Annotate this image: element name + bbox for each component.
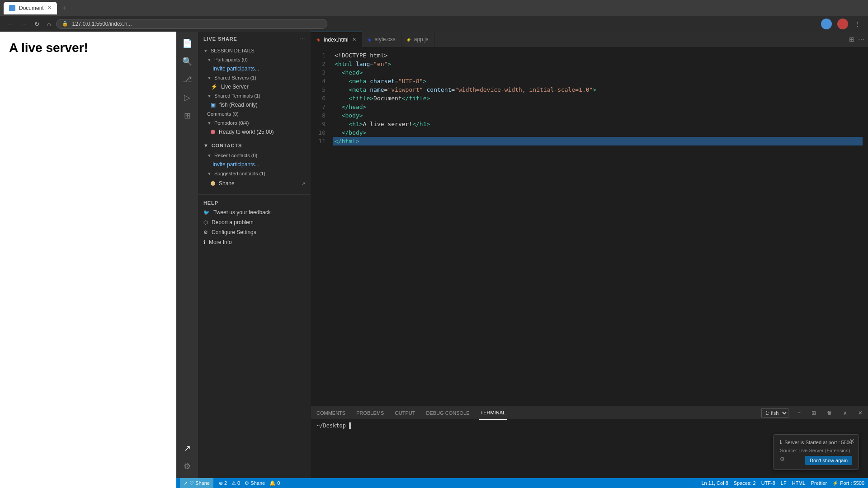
- back-button[interactable]: ←: [5, 19, 15, 28]
- code-line-5: <meta name="viewport" content="width=dev…: [333, 85, 863, 94]
- activity-debug[interactable]: ▷: [179, 89, 195, 106]
- split-editor-button[interactable]: ⊞: [849, 36, 854, 43]
- suggested-contacts-header[interactable]: ▼ Suggested contacts (1): [198, 169, 311, 178]
- pomodoro-label: Pomodoro (0/4): [214, 120, 249, 126]
- more-info-item[interactable]: ℹ More Info: [198, 237, 311, 247]
- fish-terminal-item[interactable]: ▣ fish (Read-only): [198, 100, 311, 109]
- home-button[interactable]: ⌂: [45, 19, 52, 28]
- terminal-profile-select[interactable]: 1: fish: [761, 408, 788, 418]
- vscode-window: 📄 🔍 ⎇ ▷ ⊞ ↗ ⚙ LIVE SHARE ··· ▼: [176, 32, 868, 488]
- shared-servers-header[interactable]: ▼ Shared Servers (1): [198, 73, 311, 82]
- external-link-icon[interactable]: ↗: [302, 181, 305, 186]
- report-problem-item[interactable]: ⬡ Report a problem: [198, 217, 311, 227]
- css-file-icon: ◈: [368, 37, 371, 42]
- session-caret: ▼: [203, 48, 208, 53]
- status-errors[interactable]: ⊗ 2: [219, 480, 227, 486]
- pomodoro-header[interactable]: ▼ Pomodoro (0/4): [198, 118, 311, 127]
- activity-search[interactable]: 🔍: [179, 53, 195, 70]
- code-line-7: </head>: [333, 103, 863, 111]
- kill-terminal-button[interactable]: 🗑: [825, 409, 834, 417]
- status-bar: ↗ ♡ Shane ⊗ 2 ⚠ 0 ⚙ Shane 🔔 0 Ln 11, Col…: [176, 478, 868, 488]
- avatar-red: [837, 19, 848, 29]
- status-warnings[interactable]: ⚠ 0: [231, 480, 240, 486]
- tab-terminal[interactable]: TERMINAL: [479, 406, 508, 420]
- tab-problems[interactable]: PROBLEMS: [354, 406, 386, 420]
- reload-button[interactable]: ↻: [33, 19, 42, 28]
- status-notifications[interactable]: 🔔 0: [269, 480, 280, 486]
- new-tab-button[interactable]: +: [59, 3, 70, 14]
- code-editor[interactable]: <!DOCTYPE html> <html lang="en"> <head> …: [329, 47, 863, 406]
- tab-app-js[interactable]: ◈ app.js: [401, 32, 434, 47]
- forward-button[interactable]: →: [19, 19, 29, 28]
- status-right: Ln 11, Col 8 Spaces: 2 UTF-8 LF HTML Pre…: [701, 480, 864, 486]
- status-line-ending[interactable]: LF: [781, 480, 787, 486]
- shared-terminals-header[interactable]: ▼ Shared Terminals (1): [198, 91, 311, 100]
- tab-js-label: app.js: [414, 36, 429, 42]
- invite-contacts-link[interactable]: Invite participants...: [198, 160, 311, 169]
- status-formatter[interactable]: Prettier: [811, 480, 827, 486]
- notification-gear-icon[interactable]: ⚙: [780, 456, 785, 465]
- address-bar[interactable]: 🔒 127.0.0.1:5500/index.h...: [56, 19, 327, 29]
- editor-scrollbar[interactable]: [863, 47, 868, 406]
- tab-title: Document: [19, 5, 44, 11]
- user-avatar-1[interactable]: [820, 18, 833, 30]
- tab-close-button[interactable]: ✕: [47, 5, 52, 11]
- status-user[interactable]: ⚙ Shane: [245, 480, 265, 486]
- activity-source-control[interactable]: ⎇: [179, 71, 195, 88]
- recent-contacts-header[interactable]: ▼ Recent contacts (0): [198, 151, 311, 160]
- status-encoding[interactable]: UTF-8: [761, 480, 775, 486]
- tab-html-close[interactable]: ✕: [352, 37, 356, 42]
- twitter-icon: 🐦: [203, 210, 210, 216]
- split-terminal-button[interactable]: ⊞: [810, 409, 818, 417]
- notification-close-button[interactable]: ✕: [849, 437, 855, 445]
- tab-debug-console[interactable]: DEBUG CONSOLE: [425, 406, 472, 420]
- activity-settings[interactable]: ⚙: [179, 458, 195, 474]
- tab-style-css[interactable]: ◈ style.css: [362, 32, 401, 47]
- tweet-feedback-item[interactable]: 🐦 Tweet us your feedback: [198, 207, 311, 217]
- activity-extensions[interactable]: ⊞: [179, 108, 195, 124]
- configure-settings-item[interactable]: ⚙ Configure Settings: [198, 227, 311, 237]
- notification-title: ℹ Server is Started at port : 5500: [780, 439, 852, 445]
- extensions-button[interactable]: ⋮: [853, 19, 863, 28]
- tab-output[interactable]: OUTPUT: [393, 406, 417, 420]
- status-cursor[interactable]: Ln 11, Col 8: [701, 480, 728, 486]
- tab-comments[interactable]: COMMENTS: [315, 406, 347, 420]
- dont-show-again-button[interactable]: Don't show again: [805, 456, 852, 465]
- invite-participants-link[interactable]: Invite participants...: [198, 64, 311, 73]
- contacts-header[interactable]: ▼ CONTACTS: [198, 140, 311, 151]
- code-line-1: <!DOCTYPE html>: [333, 51, 863, 60]
- contact-shane[interactable]: Shane ↗: [198, 178, 311, 189]
- new-terminal-button[interactable]: +: [796, 409, 802, 417]
- help-section: HELP 🐦 Tweet us your feedback ⬡ Report a…: [198, 194, 311, 247]
- close-terminal-button[interactable]: ✕: [856, 409, 864, 417]
- shared-servers-caret: ▼: [207, 75, 212, 80]
- activity-explorer[interactable]: 📄: [179, 35, 195, 52]
- maximize-terminal-button[interactable]: ∧: [841, 409, 849, 417]
- notification-panel: ℹ Server is Started at port : 5500 Sourc…: [773, 434, 859, 470]
- participants-header[interactable]: ▼ Participants (0): [198, 55, 311, 64]
- panel-collapse-icon[interactable]: ···: [300, 37, 305, 42]
- live-server-item[interactable]: ⚡ Live Server: [198, 82, 311, 91]
- activity-live-share[interactable]: ↗: [179, 440, 195, 456]
- status-spaces[interactable]: Spaces: 2: [734, 480, 756, 486]
- user-avatar-2[interactable]: [836, 18, 849, 30]
- editor-area: ◈ index.html ✕ ◈ style.css ◈ app.js ⊞: [311, 32, 868, 478]
- js-file-icon: ◈: [407, 37, 410, 42]
- comments-label: Comments (0): [207, 111, 239, 117]
- live-server-label: Live Server: [221, 84, 249, 90]
- terminal-tabs: COMMENTS PROBLEMS OUTPUT DEBUG CONSOLE T…: [311, 406, 868, 420]
- gear-icon: ⚙: [203, 230, 208, 235]
- comments-header[interactable]: Comments (0): [198, 109, 311, 118]
- contacts-caret: ▼: [203, 143, 209, 148]
- tab-index-html[interactable]: ◈ index.html ✕: [311, 32, 362, 47]
- live-share-status-button[interactable]: ↗ ♡ Shane: [180, 478, 213, 488]
- status-language[interactable]: HTML: [792, 480, 806, 486]
- browser-tab-document[interactable]: Document ✕: [4, 2, 57, 14]
- status-left: ⊗ 2 ⚠ 0 ⚙ Shane 🔔 0: [219, 480, 280, 486]
- status-live-server[interactable]: ⚡ Port : 5500: [832, 480, 864, 486]
- avatar-blue: [821, 19, 832, 29]
- session-section: ▼ SESSION DETAILS ▼ Participants (0) Inv…: [198, 46, 311, 136]
- browser-tabs: Document ✕ +: [0, 0, 868, 16]
- more-actions-button[interactable]: ⋯: [858, 36, 864, 43]
- session-header[interactable]: ▼ SESSION DETAILS: [198, 46, 311, 55]
